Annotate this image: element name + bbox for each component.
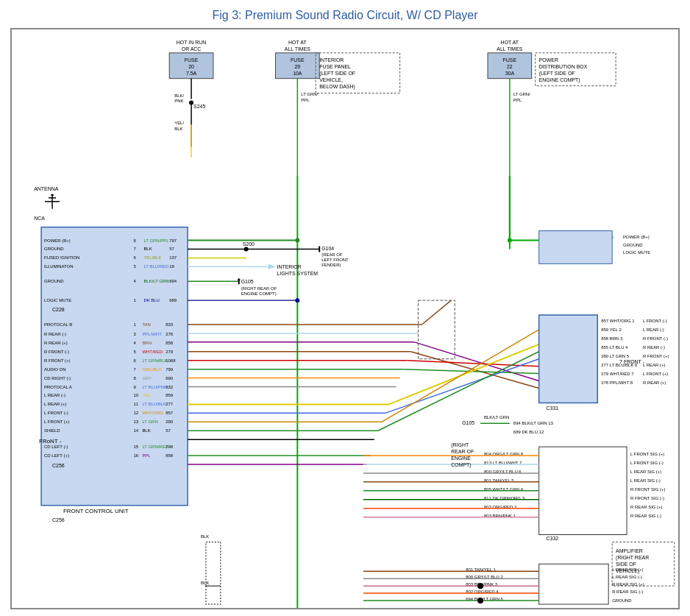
svg-text:280: 280 xyxy=(166,419,174,424)
svg-text:POWER (B+): POWER (B+) xyxy=(44,238,71,243)
svg-text:R REAR (-): R REAR (-) xyxy=(643,345,665,350)
svg-text:858: 858 xyxy=(166,453,174,458)
svg-text:7 FRONT -: 7 FRONT - xyxy=(619,359,644,364)
svg-rect-192 xyxy=(539,315,598,403)
svg-text:PROTOCAL A: PROTOCAL A xyxy=(44,385,72,389)
svg-text:POWER (B+): POWER (B+) xyxy=(623,235,650,239)
svg-text:BLK: BLK xyxy=(143,247,152,251)
svg-text:L FRONT SIG (+): L FRONT SIG (+) xyxy=(630,452,664,456)
svg-text:690: 690 xyxy=(166,376,174,380)
diagram-container: HOT IN RUN OR ACC FUSE 20 7.5A HOT AT AL… xyxy=(10,28,680,609)
svg-text:PPL: PPL xyxy=(513,98,522,102)
page-title: Fig 3: Premium Sound Radio Circuit, W/ C… xyxy=(0,0,690,28)
svg-text:858: 858 xyxy=(166,341,174,345)
svg-text:GROUND: GROUND xyxy=(623,243,643,247)
svg-text:798: 798 xyxy=(166,445,174,449)
svg-text:SHIELD: SHIELD xyxy=(44,428,60,433)
svg-text:858  BRN  3: 858 BRN 3 xyxy=(601,336,623,341)
svg-text:DISTRIBUTION BOX: DISTRIBUTION BOX xyxy=(539,64,588,69)
svg-text:12: 12 xyxy=(133,411,138,415)
svg-text:694  BLK/LT GRN  13: 694 BLK/LT GRN 13 xyxy=(513,421,554,425)
svg-text:R REAR SIG (+): R REAR SIG (+) xyxy=(630,505,663,509)
svg-text:R REAR SIG (-): R REAR SIG (-) xyxy=(612,590,643,594)
svg-text:INTERIOR: INTERIOR xyxy=(319,57,344,63)
svg-text:832: 832 xyxy=(166,385,174,389)
svg-text:POWER: POWER xyxy=(539,57,558,63)
svg-text:L FRONT (+): L FRONT (+) xyxy=(643,372,668,376)
svg-rect-274 xyxy=(539,231,612,264)
svg-text:C331: C331 xyxy=(547,406,559,411)
svg-text:HOT AT: HOT AT xyxy=(501,40,519,45)
svg-text:(RIGHT: (RIGHT xyxy=(451,442,469,448)
svg-text:GROUND: GROUND xyxy=(44,247,64,251)
svg-text:LT GRN/PPL: LT GRN/PPL xyxy=(143,238,169,243)
svg-text:1068: 1068 xyxy=(166,358,176,363)
svg-text:YEL: YEL xyxy=(142,393,151,397)
svg-text:PPL: PPL xyxy=(142,453,151,458)
svg-text:BRN: BRN xyxy=(142,341,152,345)
svg-point-284 xyxy=(477,583,483,589)
svg-text:HOT AT: HOT AT xyxy=(288,40,307,45)
svg-text:22: 22 xyxy=(507,64,513,69)
svg-text:R REAR SIG (+): R REAR SIG (+) xyxy=(612,582,644,587)
svg-text:R FRONT (-): R FRONT (-) xyxy=(44,350,69,354)
svg-text:R FRONT SIG (-): R FRONT SIG (-) xyxy=(630,496,664,500)
svg-text:7.5A: 7.5A xyxy=(186,71,197,76)
svg-text:FUSE: FUSE xyxy=(291,57,305,63)
svg-text:LT GRN/BLK: LT GRN/BLK xyxy=(142,358,167,363)
svg-text:57: 57 xyxy=(169,247,174,251)
svg-text:R FRONT (+): R FRONT (+) xyxy=(44,358,70,363)
svg-text:BLK: BLK xyxy=(142,428,150,433)
svg-text:(REAR OF: (REAR OF xyxy=(321,252,343,257)
svg-text:L FRONT (-): L FRONT (-) xyxy=(643,319,667,323)
svg-text:279  WHT/RED  7: 279 WHT/RED 7 xyxy=(601,372,634,376)
svg-text:277: 277 xyxy=(166,402,174,406)
svg-text:SIDE OF: SIDE OF xyxy=(616,562,636,567)
svg-text:NCA: NCA xyxy=(34,216,45,221)
svg-text:20: 20 xyxy=(188,64,194,69)
svg-text:R REAR SIG (-): R REAR SIG (-) xyxy=(630,514,661,518)
svg-text:LT GRN/RED: LT GRN/RED xyxy=(142,445,168,449)
svg-text:(LEFT SIDE OF: (LEFT SIDE OF xyxy=(319,71,355,77)
svg-text:R REAR (-): R REAR (-) xyxy=(44,332,66,336)
svg-point-285 xyxy=(477,598,483,603)
svg-text:ANTENNA: ANTENNA xyxy=(34,186,59,191)
svg-text:C332: C332 xyxy=(547,536,559,541)
svg-text:R FRONT (-): R FRONT (-) xyxy=(643,336,668,341)
svg-text:11: 11 xyxy=(133,402,138,406)
svg-text:799: 799 xyxy=(166,367,174,372)
svg-rect-247 xyxy=(539,564,609,604)
svg-text:ILLUMINATON: ILLUMINATON xyxy=(44,264,73,269)
svg-text:BLK: BLK xyxy=(174,127,182,131)
svg-text:LT BLU/PNK: LT BLU/PNK xyxy=(142,385,167,389)
svg-text:BLK/: BLK/ xyxy=(174,93,184,98)
svg-text:14: 14 xyxy=(133,428,138,433)
svg-text:BLK: BLK xyxy=(201,581,209,585)
svg-text:G105: G105 xyxy=(462,420,474,425)
svg-text:137: 137 xyxy=(169,255,177,260)
svg-text:G104: G104 xyxy=(321,246,334,251)
svg-text:797: 797 xyxy=(169,238,177,243)
svg-text:689: 689 xyxy=(169,298,177,302)
svg-text:PNK: PNK xyxy=(174,99,183,103)
svg-text:GROUND: GROUND xyxy=(44,279,64,283)
svg-text:BLK: BLK xyxy=(201,534,209,539)
svg-text:ENGINE COMPT): ENGINE COMPT) xyxy=(539,77,580,83)
svg-text:(LEFT SIDE OF: (LEFT SIDE OF xyxy=(539,71,575,77)
svg-text:PPL/WHT: PPL/WHT xyxy=(142,332,162,336)
svg-text:R REAR (+): R REAR (+) xyxy=(44,341,68,345)
svg-text:ORG/BLK: ORG/BLK xyxy=(142,367,161,372)
svg-text:L REAR (+): L REAR (+) xyxy=(44,402,66,406)
svg-text:YEL/: YEL/ xyxy=(174,121,184,125)
svg-text:GRY: GRY xyxy=(142,376,152,380)
svg-text:CD LEFT (-): CD LEFT (-) xyxy=(44,445,68,449)
svg-text:10A: 10A xyxy=(293,71,302,76)
svg-text:VEHICLE,: VEHICLE, xyxy=(319,77,343,82)
svg-text:BLK/LT GRN: BLK/LT GRN xyxy=(143,279,168,283)
svg-text:16: 16 xyxy=(133,453,138,458)
svg-text:DK BLU: DK BLU xyxy=(143,298,160,302)
svg-text:ENGINE: ENGINE xyxy=(451,456,471,461)
svg-text:LT GRN: LT GRN xyxy=(142,419,157,424)
svg-text:TAN: TAN xyxy=(142,322,150,327)
svg-text:G105: G105 xyxy=(241,279,254,284)
